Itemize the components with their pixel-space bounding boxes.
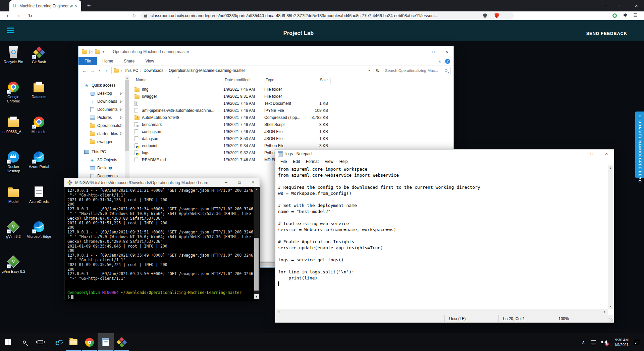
udacity-demo-side-tab[interactable]: « UDACITY NANODEGREE DEMO [635, 112, 644, 178]
desktop-icon-datasets[interactable]: Datasets [26, 80, 51, 99]
terminal-output[interactable]: 127.0.0.1 - - [09/Jan/2021:09:31:21 +000… [65, 187, 254, 300]
scroll-up-icon[interactable]: ▴ [125, 76, 129, 79]
desktop-icon-recycle-bin[interactable]: ♻ Recycle Bin [1, 45, 26, 64]
desktop-icon-docker-desktop[interactable]: ↗ Docker Desktop [1, 150, 26, 173]
breadcrumb-current-folder[interactable]: Operationalizing-Machine-Learning-master [169, 68, 245, 73]
notepad-maximize-button[interactable]: □ [584, 152, 599, 156]
scroll-down-icon[interactable]: ▾ [254, 294, 259, 299]
notepad-horizontal-scrollbar[interactable]: ◂ ▸ [276, 309, 608, 315]
explorer-maximize-button[interactable]: □ [427, 50, 440, 54]
browser-reload-button[interactable]: ↻ [26, 11, 34, 20]
desktop-icon-gvim-easy[interactable]: V↗ gVim Easy 8.2 [1, 255, 26, 274]
properties-icon[interactable]: ✓ [89, 50, 93, 54]
sidebar-item-documents[interactable]: Documents [78, 105, 125, 114]
menu-format[interactable]: Format [303, 159, 322, 164]
desktop-icon-nd00333[interactable]: nd00333_A... [1, 115, 26, 134]
terminal-title-bar[interactable]: MINGW64:/c/Users/demouser/Downloads/Oper… [64, 178, 260, 187]
resize-grip[interactable] [609, 318, 613, 321]
browser-menu-icon[interactable]: ☰ [633, 12, 638, 18]
desktop-icon-google-chrome[interactable]: ↗ Google Chrome [1, 80, 26, 103]
scroll-down-icon[interactable]: ▾ [608, 305, 613, 308]
browser-close-button[interactable]: ✕ [629, 0, 644, 11]
action-center-icon[interactable] [634, 340, 639, 344]
address-dropdown-icon[interactable]: ▾ [368, 69, 370, 72]
taskbar-search-button[interactable] [16, 333, 32, 351]
new-tab-button[interactable]: + [85, 1, 93, 10]
taskbar-git-bash[interactable] [114, 333, 130, 351]
hamburger-menu-icon[interactable] [7, 28, 14, 33]
notepad-title-bar[interactable]: logs - Notepad ─ □ ✕ [275, 149, 614, 158]
explorer-minimize-button[interactable]: ─ [413, 50, 427, 54]
notepad-close-button[interactable]: ✕ [599, 152, 614, 156]
explorer-title-bar[interactable]: ✓ ▾ Operationalizing-Machine-Learning-ma… [78, 46, 453, 57]
desktop-icon-microsoft-edge[interactable]: ↗ Microsoft Edge [26, 220, 51, 239]
terminal-scrollbar[interactable]: ▴ ▾ [254, 187, 259, 300]
search-box[interactable] [383, 67, 451, 74]
help-icon[interactable]: ? [445, 59, 450, 64]
sidebar-item-starter-files[interactable]: starter_files [78, 130, 125, 138]
file-row-swagger[interactable]: swagger1/9/2021 9:31 AMFile folder [135, 93, 453, 100]
sidebar-item-quick-access[interactable]: ★Quick access [78, 81, 125, 89]
menu-help[interactable]: Help [336, 159, 351, 164]
send-feedback-button[interactable]: SEND FEEDBACK [586, 31, 627, 36]
terminal-minimize-button[interactable]: ─ [219, 180, 233, 185]
tab-close-icon[interactable]: ✕ [73, 3, 78, 8]
breadcrumb-downloads[interactable]: Downloads [144, 68, 163, 73]
taskbar-file-explorer[interactable] [65, 333, 82, 351]
file-row-automl-zip[interactable]: AutoMLb65bb7dfe481/9/2021 7:46 AMCompres… [135, 114, 453, 121]
taskbar-notepad[interactable] [98, 333, 114, 351]
ribbon-tab-share[interactable]: Share [118, 57, 140, 65]
sidebar-item-operationaliz[interactable]: Operationaliz [78, 122, 125, 130]
desktop-icon-model[interactable]: Model [1, 185, 26, 204]
ribbon-tab-view[interactable]: View [140, 57, 159, 65]
menu-file[interactable]: File [277, 159, 290, 164]
terminal-input-line[interactable]: $ [67, 295, 254, 299]
address-bar[interactable]: classroom.udacity.com/nanodegrees/nd0033… [140, 12, 514, 19]
qat-customize-icon[interactable]: ▾ [103, 50, 104, 53]
sidebar-item-downloads[interactable]: ↓Downloads [78, 97, 125, 105]
file-row-endpoint[interactable]: endpoint1/9/2021 9:34 AMPython File3 KB [135, 142, 453, 149]
notepad-text-area[interactable]: from azureml.core import Workspace from … [276, 165, 608, 309]
notepad-vertical-scrollbar[interactable]: ▴ ▾ [608, 165, 613, 309]
scroll-up-icon[interactable]: ▴ [254, 188, 259, 191]
scroll-left-icon[interactable]: ◂ [276, 309, 281, 315]
volume-muted-icon[interactable]: ✕ [601, 340, 608, 345]
file-row-data-json[interactable]: data.json1/9/2021 8:53 AMJSON File1 KB [135, 135, 453, 142]
sidebar-item-pictures[interactable]: Pictures [78, 114, 125, 122]
desktop-icon-git-bash[interactable]: ↗ Git Bash [26, 45, 51, 64]
column-header-size[interactable]: Size [302, 78, 331, 84]
sidebar-item-this-pc[interactable]: This PC [78, 148, 125, 156]
explorer-up-button[interactable]: ↑ [103, 68, 109, 73]
file-row-text-document[interactable]: 1/9/2021 7:46 AMText Document1 KB [135, 100, 453, 107]
sidebar-item-desktop[interactable]: Desktop [78, 89, 125, 97]
ribbon-tab-home[interactable]: Home [97, 57, 118, 65]
browser-maximize-button[interactable]: □ [613, 0, 629, 11]
desktop-icon-azurecreds[interactable]: AzureCreds [26, 185, 51, 204]
scroll-up-icon[interactable]: ▴ [608, 166, 613, 169]
tray-expand-icon[interactable]: ∧ [578, 340, 588, 345]
browser-tab[interactable]: U Machine Learning Engineer with ✕ [9, 0, 81, 11]
search-icon[interactable] [445, 69, 447, 72]
scrollbar-thumb[interactable] [254, 238, 259, 291]
terminal-maximize-button[interactable]: □ [233, 180, 246, 185]
refresh-icon[interactable]: ↻ [374, 68, 381, 73]
file-row-aml-pipelines[interactable]: aml-pipelines-with-automated-machine...1… [135, 107, 453, 114]
file-row-config-json[interactable]: config.json1/9/2021 7:46 AMJSON File1 KB [135, 128, 453, 135]
explorer-close-button[interactable]: ✕ [440, 50, 453, 54]
column-header-type[interactable]: Type [264, 78, 302, 84]
search-input[interactable] [385, 69, 445, 73]
taskbar-chrome[interactable] [82, 333, 98, 351]
sidebar-item-swagger[interactable]: swagger [78, 138, 125, 146]
desktop-icon-azure-portal[interactable]: ↗ Azure Portal [26, 150, 51, 169]
file-row-img[interactable]: img1/9/2021 7:46 AMFile folder [135, 86, 453, 93]
file-row-benchmark[interactable]: benchmark1/9/2021 7:46 AMShell Script3 K… [135, 121, 453, 128]
menu-view[interactable]: View [322, 159, 336, 164]
taskbar-internet-explorer[interactable]: e [49, 333, 65, 351]
start-button[interactable] [0, 333, 16, 351]
explorer-forward-button[interactable]: → [89, 68, 95, 73]
menu-edit[interactable]: Edit [290, 159, 303, 164]
bookmark-icon[interactable]: ⚐ [131, 11, 138, 20]
terminal-close-button[interactable]: ✕ [246, 180, 260, 185]
breadcrumb-this-pc[interactable]: This PC [124, 68, 139, 73]
browser-minimize-button[interactable]: ─ [598, 0, 613, 11]
